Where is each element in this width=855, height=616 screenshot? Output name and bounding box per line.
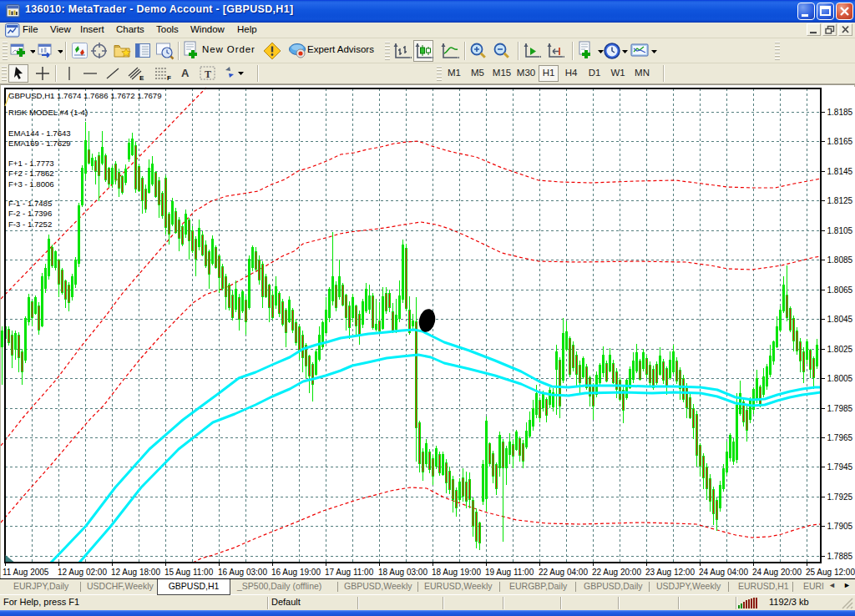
svg-text:25 Aug 12:00: 25 Aug 12:00 [806, 568, 855, 577]
svg-text:17 Aug 11:00: 17 Aug 11:00 [325, 568, 374, 577]
svg-text:1.8165: 1.8165 [827, 137, 853, 146]
svg-text:F+3 - 1.8006: F+3 - 1.8006 [8, 179, 54, 189]
svg-text:RISK MODEL #4 (1-4): RISK MODEL #4 (1-4) [8, 108, 88, 117]
svg-text:1.8185: 1.8185 [827, 108, 853, 117]
svg-text:23 Aug 12:00: 23 Aug 12:00 [645, 568, 695, 577]
svg-text:1.7885: 1.7885 [827, 552, 853, 561]
svg-text:GBPUSD,H1 1.7674 1.7686 1.767: GBPUSD,H1 1.7674 1.7686 1.7672 1.7679 [8, 91, 161, 100]
svg-text:18 Aug 03:00: 18 Aug 03:00 [378, 568, 428, 577]
svg-text:12 Aug 02:00: 12 Aug 02:00 [58, 568, 107, 577]
svg-text:22 Aug 04:00: 22 Aug 04:00 [539, 568, 588, 577]
svg-text:T: T [205, 68, 211, 80]
svg-text:1.7905: 1.7905 [827, 522, 853, 531]
svg-text:24 Aug 20:00: 24 Aug 20:00 [752, 568, 802, 577]
svg-text:EMA169 - 1.7629: EMA169 - 1.7629 [8, 139, 71, 148]
svg-text:1.7985: 1.7985 [827, 404, 853, 413]
svg-text:1.8045: 1.8045 [827, 315, 853, 324]
svg-text:16 Aug 03:00: 16 Aug 03:00 [218, 568, 267, 577]
svg-text:F-1 - 1.7485: F-1 - 1.7485 [8, 199, 52, 208]
svg-text:11 Aug 2005: 11 Aug 2005 [3, 568, 49, 577]
svg-text:18 Aug 19:00: 18 Aug 19:00 [432, 568, 481, 577]
svg-text:1.8085: 1.8085 [827, 255, 853, 265]
svg-text:16 Aug 19:00: 16 Aug 19:00 [271, 568, 321, 577]
svg-text:15 Aug 11:00: 15 Aug 11:00 [164, 568, 214, 577]
svg-text:1.7945: 1.7945 [827, 462, 853, 472]
svg-text:19 Aug 11:00: 19 Aug 11:00 [485, 568, 534, 577]
svg-text:1.8025: 1.8025 [827, 345, 853, 354]
svg-text:1.8065: 1.8065 [827, 285, 853, 295]
svg-text:F+1 - 1.7773: F+1 - 1.7773 [8, 159, 54, 168]
svg-text:EMA144 - 1.7643: EMA144 - 1.7643 [8, 129, 71, 138]
svg-text:1.7965: 1.7965 [827, 433, 853, 442]
svg-text:F-2 - 1.7396: F-2 - 1.7396 [8, 209, 52, 218]
svg-text:E: E [139, 74, 144, 82]
svg-text:1.8145: 1.8145 [827, 167, 853, 176]
svg-text:12 Aug 18:00: 12 Aug 18:00 [111, 568, 160, 577]
svg-text:F+2 - 1.7862: F+2 - 1.7862 [8, 169, 54, 178]
svg-text:F-3 - 1.7252: F-3 - 1.7252 [8, 220, 52, 229]
svg-text:24 Aug 04:00: 24 Aug 04:00 [699, 568, 748, 577]
svg-text:1.8005: 1.8005 [827, 374, 853, 383]
svg-text:22 Aug 20:00: 22 Aug 20:00 [592, 568, 641, 577]
svg-text:F: F [167, 74, 171, 82]
svg-text:1.8125: 1.8125 [827, 196, 853, 205]
svg-text:1.8105: 1.8105 [827, 226, 853, 235]
svg-text:1.7925: 1.7925 [827, 492, 853, 502]
